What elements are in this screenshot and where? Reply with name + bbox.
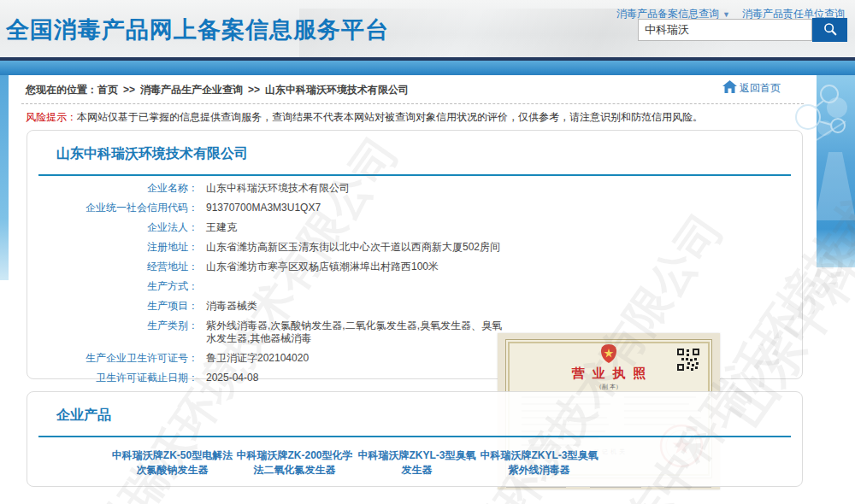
risk-notice: 风险提示：本网站仅基于已掌握的信息提供查询服务，查询结果不代表本网站对被查询对象…: [26, 110, 703, 125]
field-row-hygiene-license-no: 生产企业卫生许可证号：鲁卫消证字202104020: [27, 352, 515, 365]
field-label: 生产类别：: [27, 319, 198, 345]
field-value: 2025-04-08: [206, 372, 258, 384]
card-divider: [38, 174, 791, 176]
card-divider: [38, 436, 791, 437]
field-value: 山东中科瑞沃环境技术有限公司: [206, 182, 350, 195]
field-label: 经营地址：: [27, 261, 198, 273]
left-deco-image: [0, 75, 9, 280]
field-label: 企业法人：: [27, 221, 198, 234]
breadcrumb: 您现在的位置：首页>>消毒产品生产企业查询>>山东中科瑞沃环境技术有限公司: [26, 83, 409, 97]
field-row-production-mode: 生产方式：: [27, 280, 515, 293]
breadcrumb-prefix: 您现在的位置：: [26, 84, 97, 96]
field-row-credit-code: 企业统一社会信用代码：91370700MA3M3U1QX7: [27, 202, 515, 214]
field-label: 注册地址：: [27, 241, 198, 254]
search-icon: [823, 21, 838, 39]
field-row-legal-person: 企业法人：王建克: [27, 221, 515, 234]
breadcrumb-query-link[interactable]: 消毒产品生产企业查询: [140, 84, 243, 96]
product-link[interactable]: 中科瑞沃牌ZK-50型电解法次氯酸钠发生器: [111, 448, 233, 478]
search-bar: [638, 18, 847, 42]
risk-notice-text: 本网站仅基于已掌握的信息提供查询服务，查询结果不代表本网站对被查询对象信用状况的…: [77, 111, 703, 123]
field-row-production-project: 生产项目：消毒器械类: [27, 300, 515, 313]
field-value: 王建克: [206, 221, 237, 234]
product-link[interactable]: 中科瑞沃牌ZKYL-3型臭氧紫外线消毒器: [478, 448, 600, 478]
product-link[interactable]: 中科瑞沃牌ZK-200型化学法二氧化氯发生器: [233, 448, 356, 478]
field-value: 消毒器械类: [206, 300, 257, 313]
field-row-business-address: 经营地址：山东省潍坊市寒亭区双杨店镇潮淋埠出村路西100米: [27, 261, 515, 273]
dashed-divider: [21, 103, 804, 104]
field-label: 企业统一社会信用代码：: [27, 202, 198, 214]
breadcrumb-separator: >>: [248, 84, 260, 96]
qr-code-icon: [677, 349, 699, 374]
company-title: 山东中科瑞沃环境技术有限公司: [56, 145, 802, 163]
field-label: 卫生许可证截止日期：: [27, 372, 198, 384]
products-title: 企业产品: [56, 407, 802, 425]
field-label: 企业名称：: [27, 182, 198, 195]
field-row-license-expiry: 卫生许可证截止日期：2025-04-08: [27, 372, 515, 384]
home-icon: [722, 80, 740, 96]
search-input[interactable]: [638, 19, 812, 41]
risk-notice-label: 风险提示：: [26, 111, 77, 123]
field-value: 鲁卫消证字202104020: [206, 352, 309, 365]
right-deco-image: [817, 75, 855, 267]
breadcrumb-current: 山东中科瑞沃环境技术有限公司: [265, 84, 409, 96]
field-value: 紫外线消毒器,次氯酸钠发生器,二氧化氯发生器,臭氧发生器、臭氧水发生器,其他器械…: [206, 319, 504, 345]
field-label: 生产项目：: [27, 300, 198, 313]
back-home-label: 返回首页: [740, 81, 781, 96]
field-label: 生产企业卫生许可证号：: [27, 352, 198, 365]
national-emblem-icon: [598, 343, 619, 367]
site-title: 全国消毒产品网上备案信息服务平台: [6, 15, 389, 45]
breadcrumb-separator: >>: [123, 84, 135, 96]
breadcrumb-home-link[interactable]: 首页: [97, 84, 118, 96]
search-button[interactable]: [812, 18, 847, 42]
page: 全国消毒产品网上备案信息服务平台 消毒产品备案信息查询▼消毒产品责任单位查询: [0, 0, 855, 504]
site-header: 全国消毒产品网上备案信息服务平台 消毒产品备案信息查询▼消毒产品责任单位查询: [0, 0, 855, 57]
field-value: 山东省潍坊市寒亭区双杨店镇潮淋埠出村路西100米: [206, 261, 439, 273]
field-value: 91370700MA3M3U1QX7: [206, 202, 321, 214]
field-row-name: 企业名称：山东中科瑞沃环境技术有限公司: [27, 182, 515, 195]
field-row-production-category: 生产类别：紫外线消毒器,次氯酸钠发生器,二氧化氯发生器,臭氧发生器、臭氧水发生器…: [27, 319, 515, 345]
field-label: 生产方式：: [27, 280, 198, 293]
company-info-card: 山东中科瑞沃环境技术有限公司 企业名称：山东中科瑞沃环境技术有限公司 企业统一社…: [27, 130, 803, 379]
blue-band: [0, 61, 855, 75]
license-subtitle: （副 本）: [506, 383, 711, 391]
back-home-link[interactable]: 返回首页: [722, 80, 781, 96]
field-row-registered-address: 注册地址：山东省潍坊高新区玉清东街以北中心次干道以西商新大厦502房间: [27, 241, 515, 254]
field-value: 山东省潍坊高新区玉清东街以北中心次干道以西商新大厦502房间: [206, 241, 500, 254]
product-link[interactable]: 中科瑞沃牌ZKYL-3型臭氧发生器: [356, 448, 478, 478]
company-fields: 企业名称：山东中科瑞沃环境技术有限公司 企业统一社会信用代码：91370700M…: [27, 182, 515, 391]
product-list: 中科瑞沃牌ZK-50型电解法次氯酸钠发生器 中科瑞沃牌ZK-200型化学法二氧化…: [111, 448, 802, 478]
products-card: 企业产品 中科瑞沃牌ZK-50型电解法次氯酸钠发生器 中科瑞沃牌ZK-200型化…: [27, 391, 803, 487]
